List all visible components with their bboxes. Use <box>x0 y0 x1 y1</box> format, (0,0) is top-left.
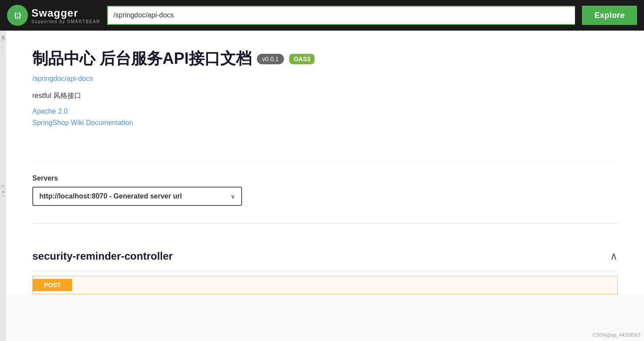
method-badge-post: POST <box>33 279 72 291</box>
license-link[interactable]: Apache 2.0 <box>32 108 618 115</box>
server-select-text: http://localhost:8070 - Generated server… <box>39 192 182 200</box>
sidebar-text4: ... <box>1 45 5 49</box>
watermark: CSDN@qq_44209563 <box>592 332 641 338</box>
swagger-brand-name: Swagger <box>31 7 100 19</box>
sidebar-text6: 1, <box>1 185 5 188</box>
left-sidebar-bar: 本 ∧ ... ... .. 1, ∢ i <box>0 31 6 341</box>
endpoint-row[interactable]: POST <box>32 276 618 294</box>
controller-section: security-reminder-controller ∧ POST <box>6 241 644 294</box>
swagger-logo-icon: {;} <box>7 5 28 26</box>
sidebar-text3: ... <box>1 40 5 43</box>
controller-header[interactable]: security-reminder-controller ∧ <box>32 241 618 271</box>
servers-label: Servers <box>32 174 618 182</box>
wiki-link[interactable]: SpringShop Wiki Documentation <box>32 119 618 127</box>
api-docs-link[interactable]: /springdoc/api-docs <box>32 75 618 83</box>
api-url-input[interactable] <box>107 6 575 25</box>
chevron-down-icon: ∨ <box>231 193 235 200</box>
api-description: restful 风格接口 <box>32 91 618 101</box>
sidebar-text8: i <box>1 195 5 196</box>
api-title-section: 制品中心 后台服务API接口文档 v0.0.1 OAS3 /springdoc/… <box>32 48 618 143</box>
sidebar-text5: .. <box>1 50 5 52</box>
oas3-badge: OAS3 <box>289 54 315 64</box>
explore-button[interactable]: Explore <box>582 6 637 25</box>
swagger-brand-subtitle: Supported by SMARTBEAR <box>31 19 100 24</box>
version-badge: v0.0.1 <box>257 54 284 64</box>
main-content: 制品中心 后台服务API接口文档 v0.0.1 OAS3 /springdoc/… <box>6 31 644 241</box>
servers-section: Servers http://localhost:8070 - Generate… <box>32 161 618 206</box>
server-select-dropdown[interactable]: http://localhost:8070 - Generated server… <box>32 187 242 206</box>
api-title-row: 制品中心 后台服务API接口文档 v0.0.1 OAS3 <box>32 48 618 70</box>
controller-title: security-reminder-controller <box>32 250 173 262</box>
sidebar-text2: ∧ <box>1 35 5 38</box>
sidebar-text7: ∢ <box>1 190 5 194</box>
collapse-icon[interactable]: ∧ <box>610 250 618 262</box>
section-divider <box>32 223 618 224</box>
api-title: 制品中心 后台服务API接口文档 <box>32 48 252 70</box>
swagger-brand: Swagger Supported by SMARTBEAR <box>31 7 100 24</box>
logo-area: {;} Swagger Supported by SMARTBEAR <box>7 5 100 26</box>
header: {;} Swagger Supported by SMARTBEAR Explo… <box>0 0 644 31</box>
